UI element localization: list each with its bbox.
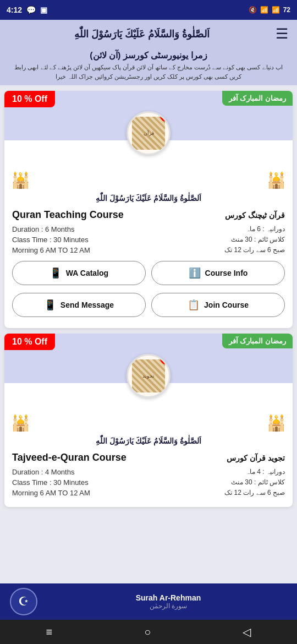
card-info-morning-1: Morning 6 AM TO 12 AM صبح 6 سے رات 12 تک (4, 245, 293, 255)
hamburger-icon[interactable]: ☰ (276, 25, 288, 42)
card-top-2: 10 % Off تجوید 2 رمضان المبارک آفر (4, 334, 293, 383)
course-card-2: 10 % Off تجوید 2 رمضان المبارک آفر 🕌 🕌 ا… (4, 334, 293, 507)
card-top-1: 10 % Off قرآن 1 رمضان المبارک آفر (4, 91, 293, 140)
card-info-classtime-1: Class Time : 30 Minutes کلاس ٹائم : 30 م… (4, 234, 293, 245)
app-header: اَلصَّلٰوةُ وَالسَّلَامُ عَلَيْكَ يَارَس… (0, 20, 297, 48)
nav-menu-icon[interactable]: ≡ (46, 626, 53, 638)
circle-num-2: 2 (160, 354, 170, 364)
mosque-icons-1: 🕌 🕌 (4, 167, 293, 194)
course-image-1: قرآن (132, 117, 165, 150)
card-info-ur-morning-1: صبح 6 سے رات 12 تک (224, 246, 285, 254)
card-title-ur-2: تجوید قرآن کورس (227, 454, 285, 462)
mosque-left-icon-1: 🕌 (11, 171, 30, 189)
badge-ramadan-2: رمضان المبارک آفر (222, 334, 293, 348)
card-title-en-1: Quran Teaching Course (12, 209, 124, 221)
whatsapp-msg-icon-1: 📱 (44, 299, 56, 311)
surah-subtitle: سورة الرحمٰن (150, 602, 187, 610)
mosque-icons-2: 🕌 🕌 (4, 410, 293, 436)
bottom-bar-content: ☪ Surah Ar-Rehman سورة الرحمٰن (4, 588, 293, 615)
card-info-ur-classtime-1: کلاس ٹائم : 30 منٹ (231, 236, 285, 244)
course-image-2: تجوید (132, 359, 165, 392)
surah-title: Surah Ar-Rehman (136, 593, 201, 602)
card-title-ur-1: قرآن ٹیچنگ کورس (225, 211, 285, 220)
nav-home-icon[interactable]: ○ (144, 626, 151, 638)
mosque-right-icon-2: 🕌 (267, 414, 286, 432)
wa-catalog-button-1[interactable]: 📱 WA Catalog (12, 261, 146, 285)
card-info-en-morning-2: Morning 6 AM TO 12 AM (12, 489, 90, 497)
card-info-en-classtime-1: Class Time : 30 Minutes (12, 236, 89, 244)
note-icon-1: 📋 (188, 299, 200, 311)
card-info-morning-2: Morning 6 AM TO 12 AM صبح 6 سے رات 12 تک (4, 488, 293, 498)
whatsapp-status-icon: 💬 (26, 6, 36, 14)
mosque-left-icon-2: 🕌 (11, 414, 30, 432)
join-course-button-1[interactable]: 📋 Join Course (151, 293, 285, 317)
card-circle-1: قرآن 1 (127, 111, 170, 155)
card-title-en-2: Tajveed-e-Quran Course (12, 452, 127, 463)
card-circle-2: تجوید 2 (127, 354, 170, 398)
card-info-ur-duration-1: دورانیہ : 6 ماہ (246, 225, 285, 233)
badge-off-1: 10 % Off (4, 91, 55, 107)
card-info-ur-duration-2: دورانیہ : 4 ماہ (246, 468, 285, 476)
battery-level: 72 (283, 6, 290, 14)
card-info-en-duration-2: Duration : 4 Months (12, 468, 74, 476)
signal-icon: 📶 (272, 6, 280, 14)
sub-header-desc: اب دنیاے کسی بھی کونے سے دُرست مخارج کے … (9, 63, 288, 81)
whatsapp-icon-1: 📱 (50, 267, 62, 279)
circle-num-1: 1 (160, 111, 170, 122)
mosque-right-icon-1: 🕌 (267, 171, 286, 189)
card-title-row-2: Tajveed-e-Quran Course تجوید قرآن کورس (4, 449, 293, 467)
screen-icon: ▣ (40, 6, 47, 14)
card-info-en-morning-1: Morning 6 AM TO 12 AM (12, 246, 90, 254)
course-card-1: 10 % Off قرآن 1 رمضان المبارک آفر 🕌 🕌 اَ… (4, 91, 293, 328)
sub-header-urdu: زمرا یونیورسٹی کورسز (آن لائن) (9, 50, 288, 61)
card-title-row-1: Quran Teaching Course قرآن ٹیچنگ کورس (4, 206, 293, 224)
send-message-button-1[interactable]: 📱 Send Message (12, 293, 146, 317)
card-info-classtime-2: Class Time : 30 Minutes کلاس ٹائم : 30 م… (4, 477, 293, 488)
card-info-en-duration-1: Duration : 6 Months (12, 225, 74, 233)
status-bar: 4:12 💬 ▣ 🔇 📶 📶 72 (0, 0, 297, 20)
nav-back-icon[interactable]: ◁ (243, 625, 251, 638)
badge-off-2: 10 % Off (4, 334, 55, 350)
sub-header: زمرا یونیورسٹی کورسز (آن لائن) اب دنیاے … (0, 48, 297, 85)
mute-icon: 🔇 (249, 6, 257, 14)
badge-ramadan-1: رمضان المبارک آفر (222, 91, 293, 106)
card-info-ur-morning-2: صبح 6 سے رات 12 تک (224, 489, 285, 497)
card-info-en-classtime-2: Class Time : 30 Minutes (12, 478, 89, 487)
card-arabic-1: اَلصَّلٰوةُ وَالسَّلَامُ عَلَيْكَ يَارَس… (4, 194, 293, 206)
cards-container: 10 % Off قرآن 1 رمضان المبارک آفر 🕌 🕌 اَ… (0, 91, 297, 584)
surah-icon: ☪ (10, 588, 37, 615)
surah-text: Surah Ar-Rehman سورة الرحمٰن (44, 593, 293, 610)
card-info-duration-2: Duration : 4 Months دورانیہ : 4 ماہ (4, 467, 293, 477)
card-buttons-row2-1: 📱 Send Message 📋 Join Course (4, 287, 293, 319)
card-info-duration-1: Duration : 6 Months دورانیہ : 6 ماہ (4, 224, 293, 234)
card-arabic-2: اَلصَّلٰوةُ وَالسَّلَامُ عَلَيْكَ يَارَس… (4, 436, 293, 449)
info-icon-1: ℹ️ (189, 267, 201, 279)
android-nav-bar: ≡ ○ ◁ (0, 620, 297, 644)
course-info-button-1[interactable]: ℹ️ Course Info (151, 261, 285, 285)
wifi-icon: 📶 (260, 6, 268, 14)
bottom-player-bar[interactable]: ☪ Surah Ar-Rehman سورة الرحمٰن (0, 583, 297, 620)
status-time: 4:12 (7, 6, 22, 14)
card-info-ur-classtime-2: کلاس ٹائم : 30 منٹ (231, 478, 285, 487)
card-buttons-row1-1: 📱 WA Catalog ℹ️ Course Info (4, 255, 293, 287)
header-arabic: اَلصَّلٰوةُ وَالسَّلَامُ عَلَيْكَ يَارَس… (9, 28, 276, 40)
